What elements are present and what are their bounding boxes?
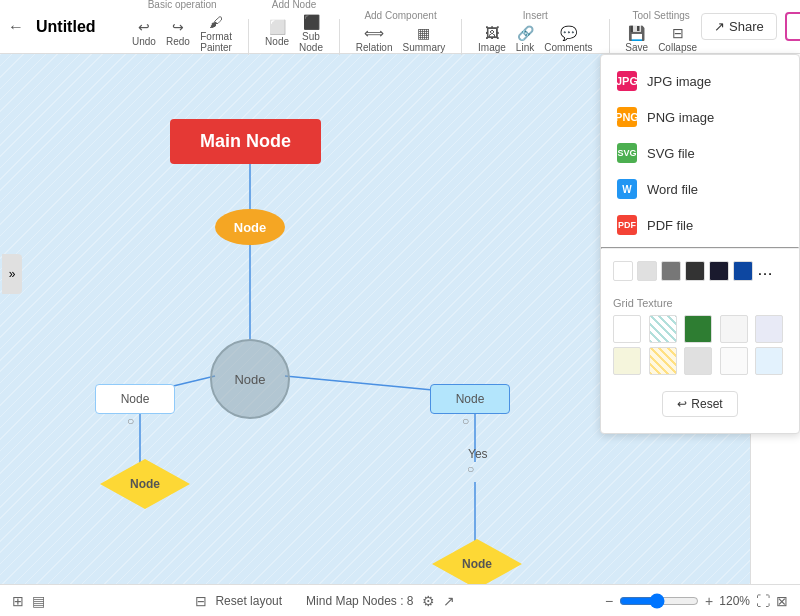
bottom-bar: ⊞ ▤ ⊟ Reset layout Mind Map Nodes : 8 ⚙ … bbox=[0, 584, 800, 616]
separator-2 bbox=[339, 19, 340, 55]
texture-10[interactable] bbox=[755, 347, 783, 375]
redo-button[interactable]: ↪Redo bbox=[162, 17, 194, 49]
texture-4[interactable] bbox=[720, 315, 748, 343]
color-swatches: … bbox=[613, 261, 787, 281]
oval-node[interactable]: Node bbox=[215, 209, 285, 245]
collapse-button[interactable]: ⊟Collapse bbox=[654, 23, 701, 55]
right-rect-node[interactable]: Node bbox=[430, 384, 510, 414]
link-button[interactable]: 🔗Link bbox=[512, 23, 538, 55]
reset-layout-label[interactable]: Reset layout bbox=[215, 594, 282, 608]
bottom-bar-left: ⊞ ▤ bbox=[12, 593, 45, 609]
texture-grid bbox=[613, 315, 787, 375]
texture-8[interactable] bbox=[684, 347, 712, 375]
add-subnode-button[interactable]: ⬛Sub Node bbox=[295, 12, 327, 55]
left-diamond-node[interactable]: Node bbox=[100, 459, 190, 509]
swatch-gray[interactable] bbox=[661, 261, 681, 281]
layers-icon[interactable]: ▤ bbox=[32, 593, 45, 609]
grid-texture-label: Grid Texture bbox=[613, 297, 787, 309]
bottom-bar-right: − + 120% ⛶ ⊠ bbox=[605, 593, 788, 609]
texture-6[interactable] bbox=[613, 347, 641, 375]
separator-3 bbox=[461, 19, 462, 55]
toolbar: ← Untitled Basic operation ↩Undo ↪Redo 🖌… bbox=[0, 0, 800, 54]
summary-button[interactable]: ▦Summary bbox=[398, 23, 449, 55]
circle-node-label: Node bbox=[234, 372, 265, 387]
toolbar-group-insert: Insert 🖼Image 🔗Link 💬Comments bbox=[474, 10, 597, 55]
reset-button[interactable]: ↩ Reset bbox=[662, 391, 737, 417]
settings-icon[interactable]: ⚙ bbox=[422, 593, 435, 609]
export-jpg-option[interactable]: JPG JPG image bbox=[601, 63, 799, 99]
share-button[interactable]: ↗ Share bbox=[701, 13, 777, 40]
format-painter-button[interactable]: 🖌Format Painter bbox=[196, 12, 237, 55]
export-word-option[interactable]: W Word file bbox=[601, 171, 799, 207]
more-colors-button[interactable]: … bbox=[757, 261, 773, 281]
grid-icon[interactable]: ⊞ bbox=[12, 593, 24, 609]
separator-1 bbox=[248, 19, 249, 55]
left-diamond-label: Node bbox=[130, 477, 160, 491]
pdf-label: PDF file bbox=[647, 218, 693, 233]
yes-collapse[interactable]: ○ bbox=[467, 462, 474, 476]
zoom-in-icon[interactable]: + bbox=[705, 593, 713, 609]
circle-node[interactable]: Node bbox=[210, 339, 290, 419]
texture-2[interactable] bbox=[649, 315, 677, 343]
right-rect-label: Node bbox=[456, 392, 485, 406]
main-node-label: Main Node bbox=[200, 131, 291, 151]
group-label-tools: Tool Settings bbox=[633, 10, 690, 21]
undo-button[interactable]: ↩Undo bbox=[128, 17, 160, 49]
toolbar-group-node: Add Node ⬜Node ⬛Sub Node bbox=[261, 0, 327, 55]
reset-layout-icon[interactable]: ⊟ bbox=[195, 593, 207, 609]
group-label-basic: Basic operation bbox=[148, 0, 217, 10]
group-items-tools: 💾Save ⊟Collapse bbox=[621, 23, 701, 55]
export-png-option[interactable]: PNG PNG image bbox=[601, 99, 799, 135]
nodes-label: Mind Map Nodes : 8 bbox=[306, 594, 413, 608]
group-items-basic: ↩Undo ↪Redo 🖌Format Painter bbox=[128, 12, 236, 55]
right-rect-collapse[interactable]: ○ bbox=[462, 414, 469, 428]
image-button[interactable]: 🖼Image bbox=[474, 23, 510, 55]
swatch-light-gray[interactable] bbox=[637, 261, 657, 281]
zoom-out-icon[interactable]: − bbox=[605, 593, 613, 609]
export-svg-option[interactable]: SVG SVG file bbox=[601, 135, 799, 171]
swatch-navy[interactable] bbox=[733, 261, 753, 281]
main-node[interactable]: Main Node bbox=[170, 119, 321, 164]
share-bottom-icon[interactable]: ↗ bbox=[443, 593, 455, 609]
jpg-icon: JPG bbox=[617, 71, 637, 91]
swatch-dark[interactable] bbox=[685, 261, 705, 281]
comments-button[interactable]: 💬Comments bbox=[540, 23, 596, 55]
swatch-darkest[interactable] bbox=[709, 261, 729, 281]
reset-label: Reset bbox=[691, 397, 722, 411]
save-button[interactable]: 💾Save bbox=[621, 23, 652, 55]
relation-button[interactable]: ⟺Relation bbox=[352, 23, 397, 55]
pdf-icon: PDF bbox=[617, 215, 637, 235]
toolbar-right: ↗ Share ⬆ Export bbox=[701, 12, 800, 41]
svg-icon: SVG bbox=[617, 143, 637, 163]
export-pdf-option[interactable]: PDF PDF file bbox=[601, 207, 799, 243]
jpg-label: JPG image bbox=[647, 74, 711, 89]
texture-5[interactable] bbox=[755, 315, 783, 343]
export-button[interactable]: ⬆ Export bbox=[785, 12, 800, 41]
separator-4 bbox=[609, 19, 610, 55]
group-label-insert: Insert bbox=[523, 10, 548, 21]
back-button[interactable]: ← bbox=[8, 15, 24, 39]
group-label-node: Add Node bbox=[272, 0, 316, 10]
right-diamond-node[interactable]: Node bbox=[432, 539, 522, 584]
texture-3[interactable] bbox=[684, 315, 712, 343]
texture-9[interactable] bbox=[720, 347, 748, 375]
toolbar-groups: Basic operation ↩Undo ↪Redo 🖌Format Pain… bbox=[128, 0, 701, 55]
zoom-slider[interactable] bbox=[619, 593, 699, 609]
texture-7[interactable] bbox=[649, 347, 677, 375]
panel-expand-chevron[interactable]: » bbox=[2, 254, 22, 294]
yes-label: Yes bbox=[468, 447, 488, 461]
left-rect-node[interactable]: Node bbox=[95, 384, 175, 414]
svg-label: SVG file bbox=[647, 146, 695, 161]
left-rect-label: Node bbox=[121, 392, 150, 406]
texture-1[interactable] bbox=[613, 315, 641, 343]
swatch-white[interactable] bbox=[613, 261, 633, 281]
fullscreen-icon[interactable]: ⛶ bbox=[756, 593, 770, 609]
add-node-button[interactable]: ⬜Node bbox=[261, 17, 293, 49]
png-icon: PNG bbox=[617, 107, 637, 127]
group-items-component: ⟺Relation ▦Summary bbox=[352, 23, 450, 55]
reset-section: ↩ Reset bbox=[601, 383, 799, 425]
group-label-component: Add Component bbox=[364, 10, 436, 21]
fit-icon[interactable]: ⊠ bbox=[776, 593, 788, 609]
left-rect-collapse[interactable]: ○ bbox=[127, 414, 134, 428]
share-icon: ↗ bbox=[714, 19, 725, 34]
